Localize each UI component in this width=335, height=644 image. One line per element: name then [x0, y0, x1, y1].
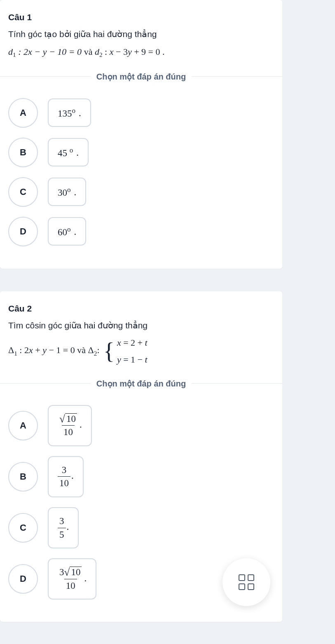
option-value[interactable]: 60o .: [48, 217, 86, 246]
eq-d1-body: : 2x − y − 10 = 0: [16, 47, 82, 57]
option-letter[interactable]: D: [8, 217, 38, 246]
option-value[interactable]: 3√10 10 .: [48, 558, 96, 600]
grid-icon: [239, 574, 254, 590]
divider-2: Chọn một đáp án đúng: [0, 379, 282, 389]
question-2-content: Câu 2 Tìm côsin góc giữa hai đường thẳng…: [0, 304, 282, 367]
option-value[interactable]: 3 5 .: [48, 507, 79, 548]
option-letter[interactable]: B: [8, 138, 38, 167]
grid-menu-button[interactable]: [223, 558, 270, 606]
option-letter[interactable]: C: [8, 177, 38, 207]
divider-2-text: Chọn một đáp án đúng: [96, 379, 186, 389]
eq-d2-body: : x − 3y + 9 = 0 .: [103, 47, 165, 57]
option-letter[interactable]: A: [8, 98, 38, 128]
option-q1-d[interactable]: D 60o .: [8, 217, 282, 246]
parametric-brace: { x = 2 + t y = 1 − t: [103, 335, 148, 367]
option-letter[interactable]: D: [8, 564, 38, 594]
option-q2-c[interactable]: C 3 5 .: [8, 507, 282, 548]
divider-1: Chọn một đáp án đúng: [0, 72, 282, 82]
divider-1-text: Chọn một đáp án đúng: [96, 72, 186, 82]
sqrt-icon: √10: [64, 567, 82, 578]
question-1-content: Câu 1 Tính góc tạo bởi giữa hai đường th…: [0, 12, 282, 60]
option-letter[interactable]: B: [8, 462, 38, 492]
brace-line-1: x = 2 + t: [117, 335, 148, 350]
question-1-title: Câu 1: [8, 12, 274, 22]
brace-line-2: y = 1 − t: [117, 352, 148, 367]
eq-delta1-body: : 2x + y − 1 = 0: [17, 345, 75, 355]
options-q1: A 135o . B 45 o . C 30o . D 60o .: [0, 98, 282, 246]
sqrt-icon: √10: [59, 413, 77, 424]
question-2-title: Câu 2: [8, 304, 274, 314]
option-q2-a[interactable]: A √10 10 .: [8, 405, 282, 446]
question-2-prompt: Tìm côsin góc giữa hai đường thẳng: [8, 318, 274, 333]
left-brace-icon: {: [103, 341, 115, 361]
option-q1-c[interactable]: C 30o .: [8, 177, 282, 207]
option-q2-b[interactable]: B 3 10 .: [8, 456, 282, 497]
option-letter[interactable]: C: [8, 513, 38, 543]
option-value[interactable]: 135o .: [48, 98, 91, 127]
option-q1-b[interactable]: B 45 o .: [8, 138, 282, 167]
option-value[interactable]: 3 10 .: [48, 456, 84, 497]
option-value[interactable]: √10 10 .: [48, 405, 92, 446]
option-value[interactable]: 45 o .: [48, 138, 89, 167]
option-value[interactable]: 30o .: [48, 178, 86, 206]
option-q1-a[interactable]: A 135o .: [8, 98, 282, 128]
question-1-prompt: Tính góc tạo bởi giữa hai đường thẳng: [8, 27, 274, 41]
question-1-equation: d1 : 2x − y − 10 = 0 và d2 : x − 3y + 9 …: [8, 44, 274, 60]
option-letter[interactable]: A: [8, 411, 38, 440]
question-2-equation: Δ1 : 2x + y − 1 = 0 và Δ2: { x = 2 + t y…: [8, 335, 274, 367]
question-card-1: Câu 1 Tính góc tạo bởi giữa hai đường th…: [0, 0, 282, 269]
